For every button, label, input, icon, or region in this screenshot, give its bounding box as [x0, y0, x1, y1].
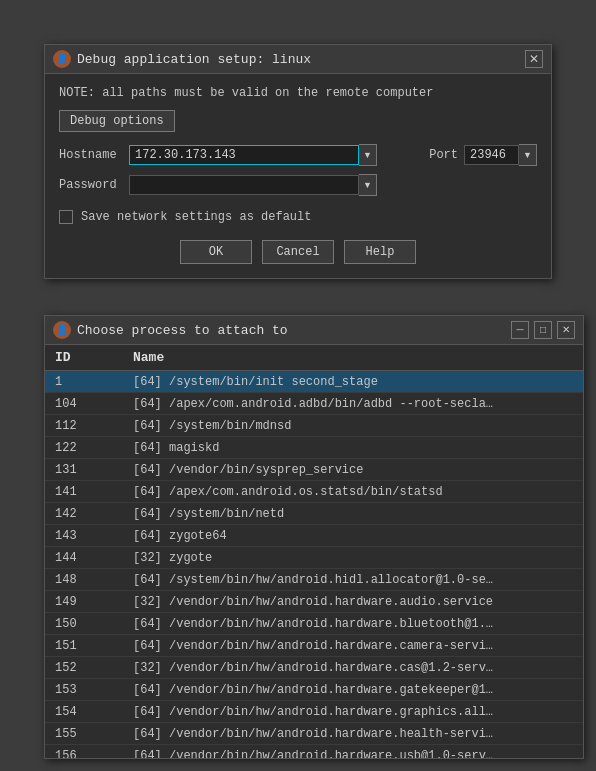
table-row[interactable]: 112[64] /system/bin/mdnsd	[45, 415, 583, 437]
debug-options-button[interactable]: Debug options	[59, 110, 175, 132]
table-row[interactable]: 141[64] /apex/com.android.os.statsd/bin/…	[45, 481, 583, 503]
table-row[interactable]: 148[64] /system/bin/hw/android.hidl.allo…	[45, 569, 583, 591]
cell-name: [64] /system/bin/mdnsd	[133, 419, 583, 433]
dialog-button-row: OK Cancel Help	[59, 240, 537, 264]
table-row[interactable]: 151[64] /vendor/bin/hw/android.hardware.…	[45, 635, 583, 657]
process-list: 1[64] /system/bin/init second_stage104[6…	[45, 371, 583, 758]
table-row[interactable]: 131[64] /vendor/bin/sysprep_service	[45, 459, 583, 481]
cell-id: 151	[45, 639, 133, 653]
port-input[interactable]	[464, 145, 519, 165]
hostname-input[interactable]	[129, 145, 359, 165]
cancel-button[interactable]: Cancel	[262, 240, 334, 264]
cell-id: 143	[45, 529, 133, 543]
password-row: Password ▼	[59, 174, 537, 196]
cell-name: [32] zygote	[133, 551, 583, 565]
cell-name: [64] /system/bin/hw/android.hidl.allocat…	[133, 573, 583, 587]
password-input[interactable]	[129, 175, 359, 195]
cell-name: [64] /system/bin/init second_stage	[133, 375, 583, 389]
choose-process-dialog: 👤 Choose process to attach to ─ □ ✕ ID N…	[44, 315, 584, 759]
table-row[interactable]: 154[64] /vendor/bin/hw/android.hardware.…	[45, 701, 583, 723]
cell-name: [64] /vendor/bin/sysprep_service	[133, 463, 583, 477]
bottom-dialog-title: Choose process to attach to	[77, 323, 288, 338]
cell-id: 104	[45, 397, 133, 411]
top-dialog-close-button[interactable]: ✕	[525, 50, 543, 68]
table-row[interactable]: 143[64] zygote64	[45, 525, 583, 547]
bottom-titlebar-left: 👤 Choose process to attach to	[53, 321, 288, 339]
col-id-header: ID	[45, 350, 133, 365]
table-row[interactable]: 153[64] /vendor/bin/hw/android.hardware.…	[45, 679, 583, 701]
cell-id: 144	[45, 551, 133, 565]
cell-id: 112	[45, 419, 133, 433]
note-text: NOTE: all paths must be valid on the rem…	[59, 86, 537, 100]
cell-name: [64] /apex/com.android.adbd/bin/adbd --r…	[133, 397, 583, 411]
cell-id: 156	[45, 749, 133, 759]
maximize-button[interactable]: □	[534, 321, 552, 339]
cell-id: 1	[45, 375, 133, 389]
ok-button[interactable]: OK	[180, 240, 252, 264]
hostname-row: Hostname ▼ Port ▼	[59, 144, 537, 166]
cell-name: [64] /system/bin/netd	[133, 507, 583, 521]
top-dialog-body: NOTE: all paths must be valid on the rem…	[45, 74, 551, 278]
save-checkbox[interactable]	[59, 210, 73, 224]
cell-id: 153	[45, 683, 133, 697]
cell-name: [64] /vendor/bin/hw/android.hardware.gra…	[133, 705, 583, 719]
table-row[interactable]: 149[32] /vendor/bin/hw/android.hardware.…	[45, 591, 583, 613]
cell-id: 150	[45, 617, 133, 631]
help-button[interactable]: Help	[344, 240, 416, 264]
hostname-input-wrap: ▼	[129, 144, 417, 166]
table-row[interactable]: 104[64] /apex/com.android.adbd/bin/adbd …	[45, 393, 583, 415]
cell-name: [64] zygote64	[133, 529, 583, 543]
password-dropdown-button[interactable]: ▼	[359, 174, 377, 196]
cell-name: [32] /vendor/bin/hw/android.hardware.cas…	[133, 661, 583, 675]
dialog-avatar-icon: 👤	[53, 50, 71, 68]
password-label: Password	[59, 178, 129, 192]
port-label: Port	[429, 148, 458, 162]
cell-id: 155	[45, 727, 133, 741]
table-row[interactable]: 142[64] /system/bin/netd	[45, 503, 583, 525]
table-row[interactable]: 155[64] /vendor/bin/hw/android.hardware.…	[45, 723, 583, 745]
bottom-dialog-avatar-icon: 👤	[53, 321, 71, 339]
cell-name: [64] magiskd	[133, 441, 583, 455]
table-row[interactable]: 122[64] magiskd	[45, 437, 583, 459]
bottom-close-button[interactable]: ✕	[557, 321, 575, 339]
cell-id: 152	[45, 661, 133, 675]
minimize-button[interactable]: ─	[511, 321, 529, 339]
table-row[interactable]: 156[64] /vendor/bin/hw/android.hardware.…	[45, 745, 583, 758]
table-row[interactable]: 1[64] /system/bin/init second_stage	[45, 371, 583, 393]
cell-name: [64] /vendor/bin/hw/android.hardware.hea…	[133, 727, 583, 741]
debug-setup-dialog: 👤 Debug application setup: linux ✕ NOTE:…	[44, 44, 552, 279]
save-checkbox-label: Save network settings as default	[81, 210, 311, 224]
table-row[interactable]: 144[32] zygote	[45, 547, 583, 569]
cell-name: [64] /vendor/bin/hw/android.hardware.gat…	[133, 683, 583, 697]
process-table: ID Name 1[64] /system/bin/init second_st…	[45, 345, 583, 758]
col-name-header: Name	[133, 350, 583, 365]
cell-name: [64] /vendor/bin/hw/android.hardware.cam…	[133, 639, 583, 653]
window-controls: ─ □ ✕	[511, 321, 575, 339]
cell-id: 131	[45, 463, 133, 477]
hostname-dropdown-button[interactable]: ▼	[359, 144, 377, 166]
cell-id: 154	[45, 705, 133, 719]
cell-name: [64] /apex/com.android.os.statsd/bin/sta…	[133, 485, 583, 499]
cell-id: 141	[45, 485, 133, 499]
cell-id: 122	[45, 441, 133, 455]
hostname-label: Hostname	[59, 148, 129, 162]
port-dropdown-button[interactable]: ▼	[519, 144, 537, 166]
top-dialog-title: Debug application setup: linux	[77, 52, 311, 67]
table-row[interactable]: 152[32] /vendor/bin/hw/android.hardware.…	[45, 657, 583, 679]
cell-name: [64] /vendor/bin/hw/android.hardware.usb…	[133, 749, 583, 759]
titlebar-left: 👤 Debug application setup: linux	[53, 50, 311, 68]
table-row[interactable]: 150[64] /vendor/bin/hw/android.hardware.…	[45, 613, 583, 635]
top-dialog-titlebar: 👤 Debug application setup: linux ✕	[45, 45, 551, 74]
cell-id: 148	[45, 573, 133, 587]
cell-name: [32] /vendor/bin/hw/android.hardware.aud…	[133, 595, 583, 609]
cell-name: [64] /vendor/bin/hw/android.hardware.blu…	[133, 617, 583, 631]
cell-id: 149	[45, 595, 133, 609]
table-header: ID Name	[45, 345, 583, 371]
cell-id: 142	[45, 507, 133, 521]
bottom-dialog-titlebar: 👤 Choose process to attach to ─ □ ✕	[45, 316, 583, 345]
save-checkbox-row: Save network settings as default	[59, 210, 537, 224]
